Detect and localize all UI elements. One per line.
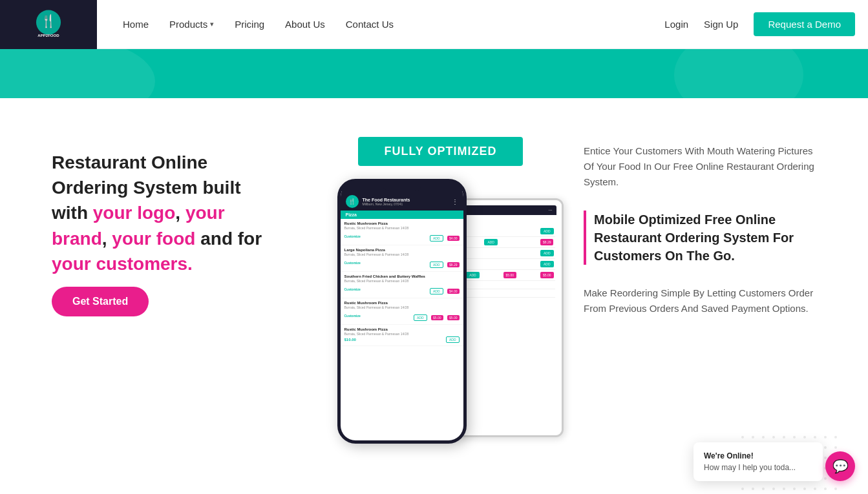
signup-link[interactable]: Sign Up <box>704 19 738 30</box>
tablet-add-btn-4: ADD <box>540 261 554 267</box>
nav-links: Home Products ▾ Pricing About Us Contact… <box>123 19 664 30</box>
phone-item-price-bottom: $10.00 <box>344 338 356 342</box>
phone-item-desc-1: Burrata, Sliced Parmesan & Parmesan 14/2… <box>344 226 460 230</box>
chat-icon: 💬 <box>832 458 849 474</box>
hero-text-and: and for <box>200 229 262 249</box>
phone-menu-dots: ⋮ <box>452 198 458 205</box>
nav-products[interactable]: Products ▾ <box>169 19 214 30</box>
tablet-price-2: $5.00 <box>503 272 517 278</box>
phone-item-name-2: Large Napoliana Pizza <box>344 248 460 252</box>
tablet-dots: ··· <box>549 208 553 212</box>
phone-add-btn-3[interactable]: ADD <box>430 288 443 294</box>
feature-block-1: Entice Your Customers With Mouth Waterin… <box>584 143 816 190</box>
left-column: Restaurant OnlineOrdering System built w… <box>52 137 297 316</box>
phone-customize-3: Customize <box>344 287 361 291</box>
nav-about[interactable]: About Us <box>285 19 325 30</box>
highlight-food: your food <box>112 229 195 249</box>
phone-menu-item: Rustic Mushroom Pizza Burrata, Sliced Pa… <box>341 298 463 325</box>
phone-logo-circle: 🍴 <box>346 195 359 208</box>
phone-customize-1: Customize <box>344 234 361 238</box>
highlight-customers: your customers. <box>52 254 193 274</box>
tablet-price-1: $8.29 <box>540 239 554 245</box>
svg-text:🍴: 🍴 <box>41 13 56 28</box>
phone-item-desc-3: Burrata, Sliced Parmesan & Parmesan 14/2… <box>344 279 460 283</box>
phone-menu-item: Southern Fried Chicken and Buttery Waffl… <box>341 272 463 298</box>
phone-category: Pizza <box>341 211 463 219</box>
get-started-button[interactable]: Get Started <box>52 287 149 316</box>
main-content: Restaurant OnlineOrdering System built w… <box>0 98 868 494</box>
phone-restaurant-info: The Food Restaurants Millburn, New Jerse… <box>359 198 452 206</box>
fully-optimized-badge: FULLY OPTIMIZED <box>358 137 522 166</box>
logo-area: 🍴 APP2FOOD <box>0 0 97 49</box>
phone-restaurant-name: The Food Restaurants <box>363 198 452 202</box>
tablet-add-btn-2: ADD <box>484 239 498 245</box>
tablet-add-btn-3: ADD <box>540 250 554 256</box>
feature-heading-2: Mobile Optimized Free Online Restaurant … <box>594 211 816 265</box>
login-link[interactable]: Login <box>664 19 688 30</box>
hero-heading: Restaurant OnlineOrdering System built w… <box>52 150 297 276</box>
phone-add-btn-4[interactable]: ADD <box>414 314 427 321</box>
highlight-logo: your logo <box>93 203 176 223</box>
chat-widget-title: We're Online! <box>704 451 812 460</box>
chevron-down-icon: ▾ <box>210 20 214 28</box>
phone-item-name-4: Rustic Mushroom Pizza <box>344 301 460 305</box>
right-column: Entice Your Customers With Mouth Waterin… <box>584 137 816 337</box>
phone-add-btn-2[interactable]: ADD <box>430 262 443 268</box>
tablet-add-btn-5: ADD <box>466 272 480 278</box>
phone-menu-item: Rustic Mushroom Pizza Burrata, Sliced Pa… <box>341 219 463 245</box>
hero-banner <box>0 49 868 98</box>
tablet-price-3: $5.00 <box>540 272 554 278</box>
phone-add-btn-5[interactable]: ADD <box>446 336 460 343</box>
phone-price-1: $4.00 <box>447 236 460 241</box>
tablet-add-btn: ADD <box>540 228 554 234</box>
phone-item-desc-4: Burrata, Sliced Parmesan & Parmesan 14/2… <box>344 305 460 309</box>
phone-add-btn-1[interactable]: ADD <box>430 235 443 242</box>
chat-widget: We're Online! How may I help you toda... <box>693 442 823 481</box>
phone-notch <box>383 182 421 191</box>
phone-price-5: $5.00 <box>447 315 460 320</box>
phone-item-name-1: Rustic Mushroom Pizza <box>344 221 460 225</box>
phone-menu-item: Rustic Mushroom Pizza Burrata, Sliced Pa… <box>341 325 463 346</box>
navbar: 🍴 APP2FOOD Home Products ▾ Pricing About… <box>0 0 868 49</box>
svg-text:APP2FOOD: APP2FOOD <box>37 34 59 37</box>
phone-customize-2: Customize <box>344 261 361 265</box>
phone-menu-item: Large Napoliana Pizza Burrata, Sliced Pa… <box>341 245 463 272</box>
feature-text-1: Entice Your Customers With Mouth Waterin… <box>584 143 816 190</box>
feature-block-3: Make Reordering Simple By Letting Custom… <box>584 285 816 316</box>
request-demo-button[interactable]: Request a Demo <box>754 12 855 36</box>
nav-contact[interactable]: Contact Us <box>346 19 394 30</box>
nav-right: Login Sign Up Request a Demo <box>664 12 855 36</box>
phone-price-4: $5.00 <box>431 315 443 320</box>
center-column: FULLY OPTIMIZED The Food Restaurants ···… <box>310 137 571 457</box>
phone-price-3: $4.00 <box>447 289 460 294</box>
feature-block-2: Mobile Optimized Free Online Restaurant … <box>584 211 816 265</box>
nav-pricing[interactable]: Pricing <box>235 19 264 30</box>
phone-mockup: 🍴 The Food Restaurants Millburn, New Jer… <box>337 179 467 444</box>
nav-home[interactable]: Home <box>123 19 149 30</box>
phone-mockup-wrapper: The Food Restaurants ··· Large Special P… <box>337 179 544 457</box>
phone-item-name-5: Rustic Mushroom Pizza <box>344 327 460 331</box>
chat-widget-subtitle: How may I help you toda... <box>704 463 812 472</box>
phone-screen-header: 🍴 The Food Restaurants Millburn, New Jer… <box>341 191 463 211</box>
feature-text-3: Make Reordering Simple By Letting Custom… <box>584 285 816 316</box>
logo-icon: 🍴 APP2FOOD <box>32 8 65 41</box>
phone-price-2: $8.29 <box>447 262 460 267</box>
chat-open-button[interactable]: 💬 <box>825 451 855 481</box>
phone-item-name-3: Southern Fried Chicken and Buttery Waffl… <box>344 274 460 278</box>
phone-restaurant-sub: Millburn, New Jersey, 07041 <box>363 202 452 206</box>
phone-customize-4: Customize <box>344 314 361 318</box>
phone-item-desc-2: Burrata, Sliced Parmesan & Parmesan 14/2… <box>344 252 460 256</box>
phone-screen: 🍴 The Food Restaurants Millburn, New Jer… <box>341 191 463 444</box>
phone-item-desc-5: Burrata, Sliced Parmesan & Parmesan 14/2… <box>344 332 460 336</box>
